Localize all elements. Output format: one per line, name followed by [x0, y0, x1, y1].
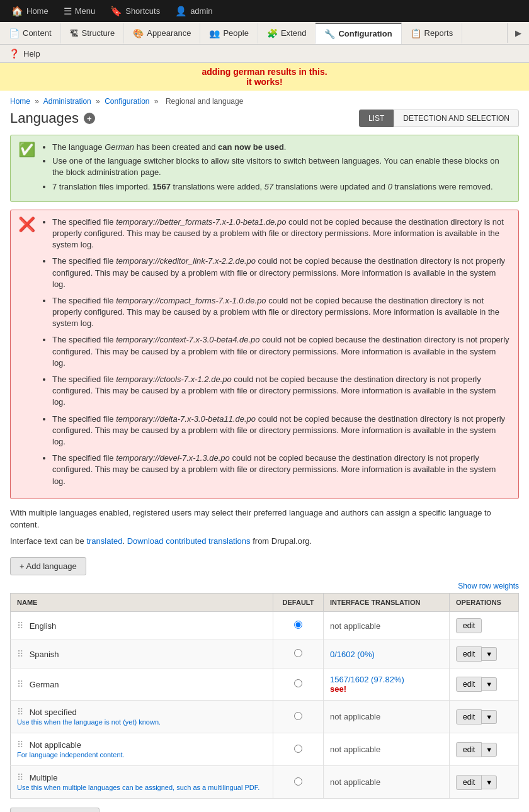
operations-not-applicable: edit▼ [450, 733, 519, 766]
table-row: ⠿ Spanish 0/1602 (0%) edit▼ [11, 640, 519, 668]
lang-name-spanish: ⠿ Spanish [11, 640, 273, 668]
translated-link[interactable]: translated [86, 536, 122, 546]
default-radio-german[interactable] [273, 668, 324, 701]
nav-extend[interactable]: 🧩 Extend [258, 23, 316, 43]
lang-name-not-specified: ⠿ Not specified Use this when the langua… [11, 701, 273, 733]
radio-spanish[interactable] [294, 649, 302, 657]
translation-link-spanish[interactable]: 0/1602 (0%) [330, 650, 375, 659]
breadcrumb-admin[interactable]: Administration [43, 97, 91, 106]
drag-handle[interactable]: ⠿ [17, 772, 23, 782]
nav-people[interactable]: 👥 People [200, 23, 258, 43]
radio-not-specified[interactable] [294, 712, 302, 720]
edit-dropdown-not-specified[interactable]: ▼ [482, 710, 497, 724]
table-header: NAME DEFAULT INTERFACE TRANSLATION OPERA… [11, 594, 519, 612]
radio-english[interactable] [294, 621, 302, 629]
nav-structure[interactable]: 🏗 Structure [61, 23, 125, 43]
drag-handle[interactable]: ⠿ [17, 707, 23, 717]
default-radio-english[interactable] [273, 612, 324, 640]
people-icon: 👥 [209, 28, 220, 38]
operations-not-specified: edit▼ [450, 701, 519, 733]
nav-expand[interactable]: ▶ [507, 23, 529, 43]
success-icon: ✅ [18, 142, 35, 158]
success-item-1: The language German has been created and… [52, 142, 511, 153]
desc-text-1: With multiple languages enabled, registe… [10, 507, 519, 531]
edit-dropdown-not-applicable[interactable]: ▼ [482, 743, 497, 757]
lang-name-multiple: ⠿ Multiple Use this when multiple langua… [11, 766, 273, 799]
drag-handle[interactable]: ⠿ [17, 621, 23, 631]
edit-button-not-applicable[interactable]: edit [456, 742, 482, 757]
edit-button-not-specified[interactable]: edit [456, 709, 482, 725]
see-label: see! [330, 684, 346, 694]
tab-detection[interactable]: DETECTION AND SELECTION [394, 110, 519, 127]
bookmark-icon: 🔖 [110, 6, 122, 17]
extend-icon: 🧩 [267, 28, 278, 38]
radio-not-applicable[interactable] [294, 745, 302, 753]
success-item-3: 7 translation files imported. 1567 trans… [52, 181, 511, 193]
show-row-weights[interactable]: Show row weights [10, 582, 519, 590]
nav-reports[interactable]: 📋 Reports [402, 23, 463, 43]
reports-icon: 📋 [411, 28, 421, 38]
error-item-5: The specified file temporary://ctools-7.… [52, 374, 511, 409]
page-title: Languages + [10, 110, 95, 127]
drag-handle[interactable]: ⠿ [17, 649, 23, 659]
desc-part1: Interface text can be [10, 536, 86, 546]
success-item-2: Use one of the language switcher blocks … [52, 155, 511, 178]
alert-line1: adding german results in this. [4, 67, 525, 77]
default-radio-spanish[interactable] [273, 640, 324, 668]
save-configuration-button[interactable]: Save configuration [10, 808, 100, 812]
lang-sub-multiple: Use this when multiple languages can be … [17, 784, 259, 791]
error-item-7: The specified file temporary://devel-7.x… [52, 453, 511, 487]
table-row: ⠿ German 1567/1602 (97.82%) see! edit▼ [11, 668, 519, 701]
lang-name-english: ⠿ English [11, 612, 273, 640]
lang-sub-not-applicable: For language independent content. [17, 751, 125, 758]
block-admin-link[interactable]: block administration page [66, 167, 159, 177]
default-radio-multiple[interactable] [273, 766, 324, 799]
tab-list[interactable]: LIST [359, 110, 394, 127]
default-radio-not-specified[interactable] [273, 701, 324, 733]
edit-dropdown-spanish[interactable]: ▼ [482, 647, 497, 661]
nav-configuration[interactable]: 🔧 Configuration [316, 23, 401, 44]
error-item-3: The specified file temporary://compact_f… [52, 295, 511, 330]
nav-content[interactable]: 📄 Content [0, 23, 61, 43]
add-language-icon[interactable]: + [84, 113, 95, 124]
breadcrumb-home[interactable]: Home [10, 97, 30, 106]
success-message: ✅ The language German has been created a… [10, 135, 519, 202]
edit-dropdown-german[interactable]: ▼ [482, 677, 497, 691]
error-icon: ❌ [18, 217, 35, 233]
nav-appearance[interactable]: 🎨 Appearance [124, 23, 200, 43]
nav-shortcuts[interactable]: 🔖 Shortcuts [104, 3, 166, 20]
add-language-button[interactable]: + Add language [10, 557, 86, 575]
nav-admin[interactable]: 👤 admin [169, 3, 219, 20]
edit-dropdown-multiple[interactable]: ▼ [482, 775, 497, 789]
edit-button-german[interactable]: edit [456, 677, 482, 692]
nav-home[interactable]: 🏠 Home [5, 3, 55, 20]
download-translations-link[interactable]: Download contributed translations [127, 536, 251, 546]
radio-german[interactable] [294, 679, 302, 687]
radio-multiple[interactable] [294, 777, 302, 786]
lang-name-not-applicable: ⠿ Not applicable For language independen… [11, 733, 273, 766]
alert-banner: adding german results in this. it works! [0, 63, 529, 91]
error-item-1: The specified file temporary://better_fo… [52, 217, 511, 251]
help-icon: ❓ [9, 48, 20, 59]
table-body: ⠿ English not applicable edit ⠿ Spanish [11, 612, 519, 799]
nav-menu[interactable]: ☰ Menu [57, 3, 102, 20]
translation-link-german[interactable]: 1567/1602 (97.82%) [330, 675, 404, 684]
menu-icon: ☰ [64, 6, 72, 17]
drag-handle[interactable]: ⠿ [17, 679, 23, 689]
edit-button-spanish[interactable]: edit [456, 646, 482, 662]
home-icon: 🏠 [11, 6, 23, 17]
operations-german: edit▼ [450, 668, 519, 701]
default-radio-not-applicable[interactable] [273, 733, 324, 766]
edit-button-multiple[interactable]: edit [456, 775, 482, 790]
alert-line2: it works! [4, 77, 525, 87]
translation-not-specified: not applicable [324, 701, 450, 733]
drag-handle[interactable]: ⠿ [17, 740, 23, 750]
config-icon: 🔧 [324, 29, 335, 39]
edit-button-english[interactable]: edit [456, 618, 482, 633]
breadcrumb-config[interactable]: Configuration [105, 97, 149, 106]
lang-name-german: ⠿ German [11, 668, 273, 701]
appearance-icon: 🎨 [133, 28, 144, 38]
col-operations: OPERATIONS [450, 594, 519, 612]
error-item-2: The specified file temporary://ckeditor_… [52, 256, 511, 290]
translation-multiple: not applicable [324, 766, 450, 799]
